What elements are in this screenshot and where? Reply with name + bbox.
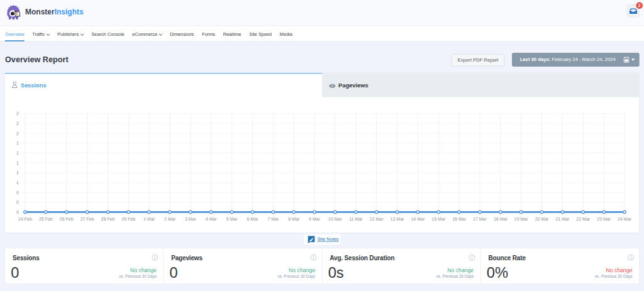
svg-text:8 Mar: 8 Mar — [288, 216, 300, 221]
svg-text:1: 1 — [16, 141, 19, 145]
svg-text:12 Mar: 12 Mar — [370, 216, 384, 221]
svg-text:0: 0 — [16, 210, 19, 214]
svg-text:5 Mar: 5 Mar — [226, 216, 238, 221]
svg-text:15 Mar: 15 Mar — [431, 216, 445, 221]
svg-text:17 Mar: 17 Mar — [473, 216, 487, 221]
svg-text:19 Mar: 19 Mar — [514, 216, 528, 221]
svg-text:2: 2 — [16, 111, 19, 116]
svg-text:6 Mar: 6 Mar — [247, 216, 259, 221]
svg-text:21 Mar: 21 Mar — [556, 216, 570, 221]
svg-text:29 Feb: 29 Feb — [121, 216, 135, 221]
svg-text:2 Mar: 2 Mar — [164, 216, 176, 221]
svg-text:1: 1 — [16, 180, 19, 185]
svg-text:13 Mar: 13 Mar — [391, 216, 404, 221]
svg-text:26 Feb: 26 Feb — [60, 216, 74, 221]
svg-text:2: 2 — [16, 121, 19, 126]
svg-text:20 Mar: 20 Mar — [535, 216, 549, 221]
svg-text:14 Mar: 14 Mar — [411, 216, 425, 221]
svg-text:10 Mar: 10 Mar — [328, 216, 342, 221]
svg-text:25 Feb: 25 Feb — [39, 216, 53, 221]
svg-text:11 Mar: 11 Mar — [349, 216, 363, 221]
svg-text:4 Mar: 4 Mar — [206, 216, 218, 221]
svg-text:1: 1 — [16, 170, 19, 175]
svg-text:1 Mar: 1 Mar — [143, 216, 155, 221]
svg-text:28 Feb: 28 Feb — [101, 216, 115, 221]
svg-text:0: 0 — [16, 200, 19, 204]
svg-text:9 Mar: 9 Mar — [309, 216, 321, 221]
svg-text:22 Mar: 22 Mar — [576, 216, 590, 221]
svg-text:3 Mar: 3 Mar — [185, 216, 197, 221]
svg-text:27 Feb: 27 Feb — [80, 216, 94, 221]
svg-text:16 Mar: 16 Mar — [452, 216, 466, 221]
svg-text:1: 1 — [16, 160, 19, 165]
svg-text:24 Mar: 24 Mar — [618, 216, 631, 221]
svg-text:24 Feb: 24 Feb — [18, 216, 32, 221]
svg-text:18 Mar: 18 Mar — [494, 216, 508, 221]
svg-text:0: 0 — [16, 190, 19, 194]
svg-text:23 Mar: 23 Mar — [597, 216, 611, 221]
svg-text:7 Mar: 7 Mar — [267, 216, 279, 221]
svg-text:1: 1 — [16, 151, 19, 155]
svg-text:2: 2 — [16, 131, 19, 135]
